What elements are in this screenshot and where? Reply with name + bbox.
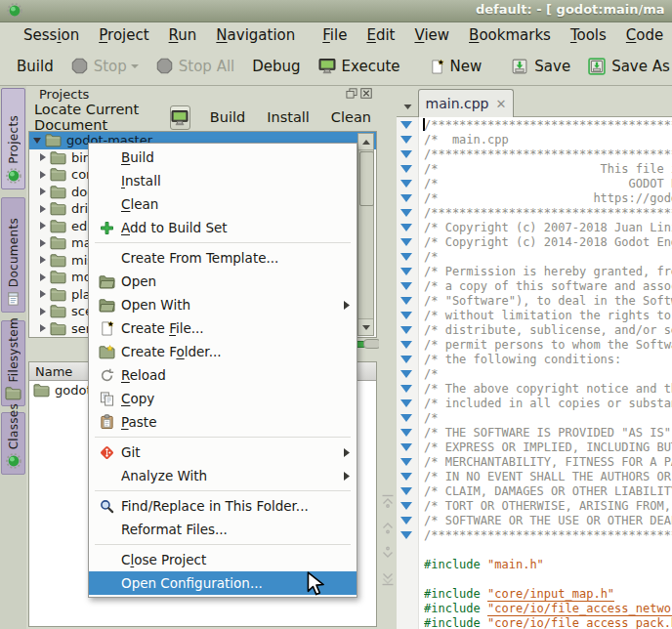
- expand-arrow-icon[interactable]: [40, 222, 46, 230]
- context-item-add-to-build-set[interactable]: Add to Build Set: [89, 216, 357, 239]
- expand-arrow-icon[interactable]: [40, 171, 46, 179]
- expand-arrow-icon[interactable]: [40, 324, 46, 332]
- debug-button[interactable]: Debug: [243, 53, 309, 80]
- context-item-build[interactable]: Build: [89, 146, 357, 169]
- code-line[interactable]: #include "core/io/file_access_network.h": [424, 602, 672, 616]
- code-line[interactable]: /* SOFTWARE OR THE USE OR OTHER DEALINGS…: [424, 514, 672, 528]
- context-item-git[interactable]: Git: [89, 440, 357, 464]
- sidebar-tab-classes[interactable]: Classes: [1, 412, 25, 475]
- code-line[interactable]: /* */: [424, 367, 672, 382]
- code-text[interactable]: /***************************************…: [419, 117, 672, 629]
- fold-marker-icon[interactable]: [400, 224, 412, 231]
- fold-marker-icon[interactable]: [400, 356, 412, 363]
- go-down-icon[interactable]: [380, 545, 396, 561]
- include-path[interactable]: "core/io/file_access_pack.h": [487, 616, 672, 629]
- code-line[interactable]: /* permit persons to whom the Software i…: [424, 338, 672, 353]
- sidebar-tab-filesystem[interactable]: Filesystem: [1, 320, 25, 406]
- fold-marker-icon[interactable]: [400, 531, 412, 539]
- fold-marker-icon[interactable]: [400, 194, 412, 202]
- fold-marker-icon[interactable]: [400, 341, 412, 349]
- code-line[interactable]: /* The above copyright notice and this p…: [424, 382, 672, 397]
- menu-tools[interactable]: Tools: [561, 24, 616, 46]
- code-line[interactable]: /***************************************…: [424, 147, 672, 162]
- include-path[interactable]: "core/input_map.h": [487, 587, 614, 602]
- scroll-up-button[interactable]: [358, 134, 373, 150]
- context-item-create-file[interactable]: Create File...: [89, 316, 357, 340]
- code-line[interactable]: /* https://godotengine.org */: [424, 191, 672, 206]
- fold-marker-icon[interactable]: [400, 487, 412, 495]
- code-line[interactable]: /***************************************…: [424, 118, 672, 133]
- tab-list-dropdown[interactable]: [400, 101, 415, 113]
- code-line[interactable]: /* Copyright (c) 2007-2018 Juan Linietsk…: [424, 221, 672, 235]
- context-item-install[interactable]: Install: [89, 169, 357, 192]
- code-line[interactable]: /* EXPRESS OR IMPLIED, INCLUDING BUT NOT…: [424, 440, 672, 455]
- code-line[interactable]: /* */: [424, 250, 672, 265]
- expand-arrow-icon[interactable]: [40, 290, 46, 298]
- code-line[interactable]: /***************************************…: [424, 528, 672, 543]
- code-editor[interactable]: /***************************************…: [397, 117, 672, 629]
- fold-marker-icon[interactable]: [400, 165, 412, 173]
- context-item-create-from-template[interactable]: Create From Template...: [89, 246, 357, 270]
- code-line[interactable]: /* */: [424, 411, 672, 426]
- expand-arrow-icon[interactable]: [40, 205, 46, 213]
- fold-marker-icon[interactable]: [400, 399, 412, 407]
- context-item-close-project[interactable]: Close Project: [89, 548, 357, 571]
- stop-all-button[interactable]: Stop All: [147, 53, 243, 80]
- tab-main-cpp[interactable]: main.cpp ✕: [418, 89, 514, 117]
- context-item-paste[interactable]: Paste: [89, 410, 357, 434]
- fold-margin[interactable]: [397, 117, 419, 629]
- context-item-analyze-with[interactable]: Analyze With: [89, 464, 357, 487]
- fold-marker-icon[interactable]: [400, 268, 412, 275]
- code-line[interactable]: /* included in all copies or substantial…: [424, 397, 672, 411]
- float-icon[interactable]: [346, 88, 357, 99]
- code-line[interactable]: /* TORT OR OTHERWISE, ARISING FROM, OUT …: [424, 499, 672, 514]
- code-line[interactable]: #include "main.h": [424, 558, 672, 572]
- context-item-reload[interactable]: Reload: [89, 363, 357, 387]
- fold-marker-icon[interactable]: [400, 121, 412, 129]
- close-icon[interactable]: [360, 88, 372, 99]
- fold-marker-icon[interactable]: [400, 502, 412, 510]
- code-line[interactable]: [424, 572, 672, 587]
- go-up-icon[interactable]: [380, 520, 396, 535]
- expand-arrow-icon[interactable]: [40, 239, 46, 247]
- save-button[interactable]: Save: [502, 53, 579, 80]
- context-item-create-folder[interactable]: Create Folder...: [89, 340, 357, 363]
- fold-marker-icon[interactable]: [400, 458, 412, 466]
- save-as-button[interactable]: Save As: [579, 53, 672, 80]
- collapse-arrow-icon[interactable]: [33, 138, 41, 144]
- menu-file[interactable]: File: [313, 24, 357, 46]
- menu-view[interactable]: View: [404, 24, 459, 46]
- context-item-open-with[interactable]: Open With: [89, 293, 357, 316]
- sidebar-tab-documents[interactable]: Documents: [1, 197, 25, 313]
- code-line[interactable]: /* MERCHANTABILITY, FITNESS FOR A PARTIC…: [424, 455, 672, 470]
- expand-arrow-icon[interactable]: [40, 153, 46, 161]
- include-path[interactable]: "core/io/file_access_network.h": [487, 602, 672, 616]
- sidebar-tab-projects[interactable]: Projects: [1, 88, 25, 189]
- execute-button[interactable]: Execute: [310, 53, 409, 80]
- fold-marker-icon[interactable]: [400, 443, 412, 451]
- context-item-reformat-files[interactable]: Reformat Files...: [89, 518, 357, 541]
- clean-project-button[interactable]: Clean: [323, 106, 379, 128]
- code-line[interactable]: /* CLAIM, DAMAGES OR OTHER LIABILITY, WH…: [424, 484, 672, 499]
- context-item-find-replace-in-this-folder[interactable]: Find/Replace in This Folder...: [89, 494, 357, 518]
- fold-marker-icon[interactable]: [400, 282, 412, 290]
- code-line[interactable]: /* THE SOFTWARE IS PROVIDED "AS IS", WIT…: [424, 426, 672, 440]
- code-line[interactable]: /* without limitation the rights to use,…: [424, 309, 672, 323]
- code-line[interactable]: /* a copy of this software and associate…: [424, 279, 672, 294]
- tree-scrollbar[interactable]: [357, 133, 374, 336]
- fold-marker-icon[interactable]: [400, 150, 412, 158]
- scroll-down-button[interactable]: [358, 318, 373, 335]
- build-button[interactable]: Build: [8, 53, 63, 80]
- code-line[interactable]: /* Copyright (c) 2014-2018 Godot Engine …: [424, 235, 672, 250]
- menu-navigation[interactable]: Navigation: [206, 24, 305, 46]
- fold-marker-icon[interactable]: [400, 429, 412, 437]
- build-project-button[interactable]: Build: [202, 106, 253, 128]
- code-line[interactable]: /* IN NO EVENT SHALL THE AUTHORS OR COPY…: [424, 470, 672, 484]
- fold-marker-icon[interactable]: [400, 312, 412, 319]
- menu-code[interactable]: Code: [616, 24, 672, 46]
- tab-close-icon[interactable]: ✕: [496, 97, 507, 111]
- code-line[interactable]: /* main.cpp */: [424, 133, 672, 147]
- context-item-open[interactable]: Open: [89, 270, 357, 293]
- scrollbar-thumb[interactable]: [359, 151, 374, 206]
- menu-run[interactable]: Run: [159, 24, 207, 46]
